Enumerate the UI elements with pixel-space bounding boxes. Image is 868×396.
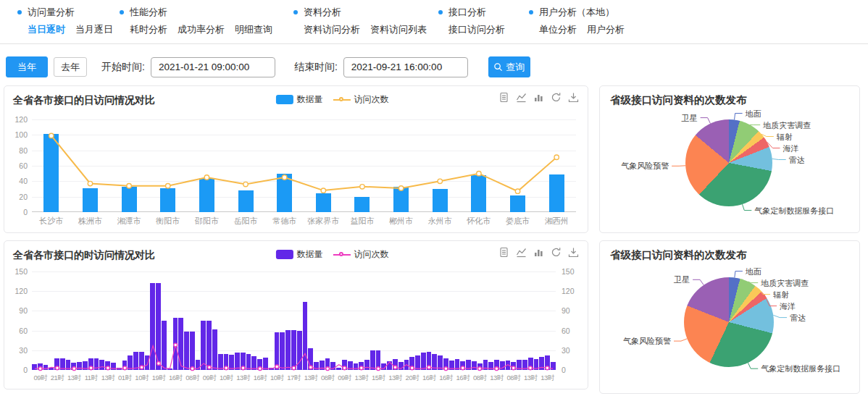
bar[interactable] bbox=[381, 363, 386, 370]
bar[interactable] bbox=[38, 363, 43, 370]
bar[interactable] bbox=[49, 368, 54, 370]
bar[interactable] bbox=[409, 357, 414, 370]
bar[interactable] bbox=[275, 332, 280, 370]
bar[interactable] bbox=[196, 360, 201, 370]
query-button[interactable]: 查询 bbox=[488, 56, 530, 77]
bar[interactable] bbox=[545, 355, 550, 370]
bar[interactable] bbox=[404, 360, 409, 370]
current-year-button[interactable]: 当年 bbox=[6, 56, 48, 77]
nav-link[interactable]: 明细查询 bbox=[235, 23, 272, 36]
bar[interactable] bbox=[257, 359, 262, 370]
bar[interactable] bbox=[528, 358, 533, 370]
bar[interactable] bbox=[551, 362, 556, 370]
bar[interactable] bbox=[387, 361, 392, 370]
bar[interactable] bbox=[433, 189, 448, 212]
bar[interactable] bbox=[105, 361, 110, 370]
bar[interactable] bbox=[156, 283, 161, 370]
bar[interactable] bbox=[517, 360, 522, 370]
bar[interactable] bbox=[494, 360, 499, 370]
bar[interactable] bbox=[354, 197, 370, 212]
bar[interactable] bbox=[133, 352, 138, 370]
bar[interactable] bbox=[455, 359, 460, 370]
bar[interactable] bbox=[66, 360, 71, 370]
bar[interactable] bbox=[246, 354, 251, 370]
bar[interactable] bbox=[238, 190, 254, 212]
data-view-icon[interactable] bbox=[498, 247, 509, 258]
line-chart-icon[interactable] bbox=[516, 92, 527, 103]
bar[interactable] bbox=[506, 361, 511, 370]
bar[interactable] bbox=[314, 362, 319, 370]
legend-item[interactable]: 访问次数 bbox=[333, 248, 388, 261]
bar[interactable] bbox=[150, 283, 155, 370]
bar[interactable] bbox=[218, 354, 223, 370]
nav-link[interactable]: 资料访问分析 bbox=[304, 23, 360, 36]
bar[interactable] bbox=[83, 361, 88, 370]
bar[interactable] bbox=[139, 352, 144, 370]
bar[interactable] bbox=[393, 359, 398, 370]
bar[interactable] bbox=[111, 363, 116, 370]
bar[interactable] bbox=[269, 368, 274, 370]
line-chart-icon[interactable] bbox=[516, 247, 527, 258]
bar[interactable] bbox=[471, 175, 486, 212]
bar[interactable] bbox=[330, 362, 335, 370]
download-icon[interactable] bbox=[568, 92, 579, 103]
bar[interactable] bbox=[117, 368, 122, 370]
bar[interactable] bbox=[88, 358, 93, 370]
nav-link[interactable]: 接口访问分析 bbox=[448, 23, 505, 36]
bar[interactable] bbox=[522, 360, 527, 370]
bar[interactable] bbox=[415, 355, 420, 370]
bar[interactable] bbox=[201, 321, 206, 370]
bar[interactable] bbox=[359, 362, 364, 370]
bar[interactable] bbox=[342, 360, 347, 370]
bar[interactable] bbox=[303, 302, 308, 370]
nav-link[interactable]: 耗时分析 bbox=[130, 23, 167, 36]
end-time-input[interactable] bbox=[343, 57, 468, 77]
bar[interactable] bbox=[99, 360, 104, 370]
legend-item[interactable]: 数据量 bbox=[275, 93, 322, 106]
bar[interactable] bbox=[291, 330, 296, 370]
bar[interactable] bbox=[178, 318, 183, 370]
bar[interactable] bbox=[128, 355, 133, 370]
nav-link[interactable]: 用户分析 bbox=[587, 23, 625, 36]
legend-item[interactable]: 访问次数 bbox=[333, 93, 388, 106]
download-icon[interactable] bbox=[568, 247, 579, 258]
restore-icon[interactable] bbox=[551, 92, 562, 103]
bar[interactable] bbox=[122, 187, 137, 212]
nav-link[interactable]: 成功率分析 bbox=[178, 23, 225, 36]
bar[interactable] bbox=[297, 331, 302, 370]
bar[interactable] bbox=[190, 332, 195, 370]
bar[interactable] bbox=[438, 355, 443, 370]
bar[interactable] bbox=[483, 360, 488, 371]
bar[interactable] bbox=[325, 358, 330, 370]
bar[interactable] bbox=[285, 330, 291, 370]
bar[interactable] bbox=[510, 195, 525, 212]
bar[interactable] bbox=[83, 188, 98, 212]
bar[interactable] bbox=[43, 365, 49, 370]
bar[interactable] bbox=[477, 363, 483, 370]
bar[interactable] bbox=[43, 134, 59, 212]
bar[interactable] bbox=[206, 321, 212, 370]
bar[interactable] bbox=[432, 354, 437, 370]
bar[interactable] bbox=[421, 353, 426, 370]
bar[interactable] bbox=[472, 361, 477, 370]
bar[interactable] bbox=[549, 174, 564, 212]
bar[interactable] bbox=[71, 363, 76, 370]
nav-link[interactable]: 资料访问列表 bbox=[370, 23, 427, 36]
bar[interactable] bbox=[370, 350, 375, 370]
bar[interactable] bbox=[336, 368, 341, 370]
bar[interactable] bbox=[427, 352, 432, 370]
bar[interactable] bbox=[212, 329, 217, 370]
bar[interactable] bbox=[32, 364, 37, 370]
bar[interactable] bbox=[77, 362, 82, 370]
restore-icon[interactable] bbox=[551, 247, 562, 258]
bar[interactable] bbox=[539, 357, 544, 370]
bar[interactable] bbox=[534, 359, 539, 370]
bar[interactable] bbox=[277, 174, 292, 212]
start-time-input[interactable] bbox=[151, 57, 275, 77]
bar[interactable] bbox=[443, 358, 448, 370]
bar[interactable] bbox=[364, 360, 370, 371]
bar[interactable] bbox=[241, 353, 246, 370]
bar[interactable] bbox=[354, 363, 359, 370]
bar[interactable] bbox=[94, 358, 99, 370]
nav-link[interactable]: 当月逐日 bbox=[75, 23, 113, 36]
